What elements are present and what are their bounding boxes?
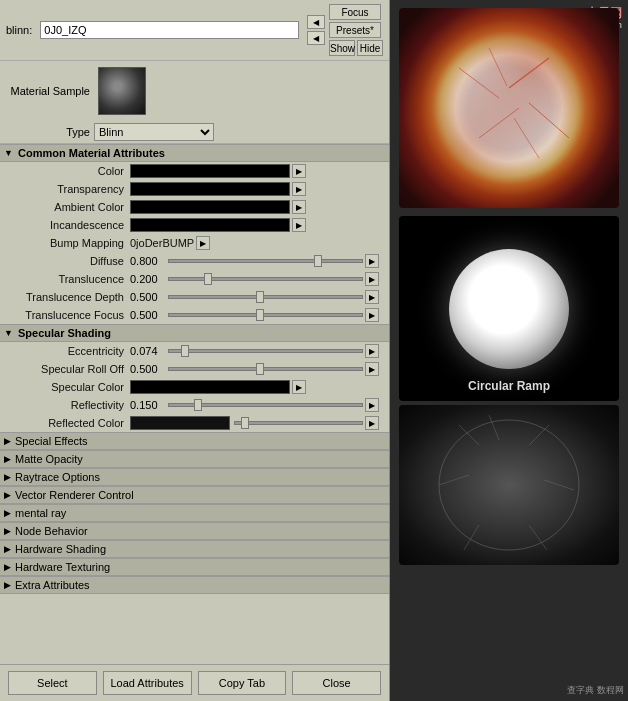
hide-button[interactable]: Hide — [357, 40, 383, 56]
show-button[interactable]: Show — [329, 40, 355, 56]
specular-rolloff-slider-thumb[interactable] — [256, 363, 264, 375]
reflected-color-map-btn[interactable]: ▶ — [365, 416, 379, 430]
mental-ray-section[interactable]: ▶ mental ray — [0, 504, 389, 522]
extra-attributes-label: Extra Attributes — [15, 579, 90, 591]
incandescence-map-btn[interactable]: ▶ — [292, 218, 306, 232]
matte-opacity-section[interactable]: ▶ Matte Opacity — [0, 450, 389, 468]
svg-line-14 — [489, 415, 499, 440]
copy-tab-button[interactable]: Copy Tab — [198, 671, 287, 695]
extra-attributes-section[interactable]: ▶ Extra Attributes — [0, 576, 389, 594]
translucence-slider-track[interactable] — [168, 277, 363, 281]
specular-color-map-btn[interactable]: ▶ — [292, 380, 306, 394]
diffuse-slider-thumb[interactable] — [314, 255, 322, 267]
presets-button[interactable]: Presets* — [329, 22, 381, 38]
material-sample-row: Material Sample — [0, 61, 389, 121]
hardware-shading-arrow: ▶ — [4, 544, 11, 554]
reflectivity-slider-thumb[interactable] — [194, 399, 202, 411]
color-row: Color ▶ — [0, 162, 389, 180]
specular-rolloff-slider-area: 0.500 — [130, 363, 363, 375]
translucence-depth-slider-area: 0.500 — [130, 291, 363, 303]
translucence-focus-slider-track[interactable] — [168, 313, 363, 317]
eccentricity-slider-area: 0.074 — [130, 345, 363, 357]
translucence-map-btn[interactable]: ▶ — [365, 272, 379, 286]
raytrace-options-section[interactable]: ▶ Raytrace Options — [0, 468, 389, 486]
special-effects-section[interactable]: ▶ Special Effects — [0, 432, 389, 450]
diffuse-slider-track[interactable] — [168, 259, 363, 263]
focus-button[interactable]: Focus — [329, 4, 381, 20]
load-attributes-button[interactable]: Load Attributes — [103, 671, 192, 695]
reflectivity-row: Reflectivity 0.150 ▶ — [0, 396, 389, 414]
reflected-color-thumb[interactable] — [241, 417, 249, 429]
transparency-label: Transparency — [20, 183, 130, 195]
transparency-map-btn[interactable]: ▶ — [292, 182, 306, 196]
specular-rolloff-slider-track[interactable] — [168, 367, 363, 371]
specular-color-row: Specular Color ▶ — [0, 378, 389, 396]
transparency-swatch[interactable] — [130, 182, 290, 196]
close-button[interactable]: Close — [292, 671, 381, 695]
color-label: Color — [20, 165, 130, 177]
svg-line-16 — [439, 475, 469, 485]
main-container: blinn: ◀ ◀ Focus Presets* Show Hide Mate… — [0, 0, 628, 701]
arrow-down-btn[interactable]: ◀ — [307, 31, 325, 45]
svg-line-5 — [514, 118, 539, 158]
eccentricity-value: 0.074 — [130, 345, 166, 357]
svg-line-3 — [529, 103, 569, 138]
attribute-scroll-area[interactable]: ▼ Common Material Attributes Color ▶ Tra… — [0, 144, 389, 664]
translucence-focus-map-btn[interactable]: ▶ — [365, 308, 379, 322]
translucence-depth-map-btn[interactable]: ▶ — [365, 290, 379, 304]
material-sample-preview[interactable] — [98, 67, 146, 115]
common-section-header[interactable]: ▼ Common Material Attributes — [0, 144, 389, 162]
specular-rolloff-label: Specular Roll Off — [20, 363, 130, 375]
diffuse-row: Diffuse 0.800 ▶ — [0, 252, 389, 270]
svg-line-0 — [509, 58, 549, 88]
translucence-depth-row: Translucence Depth 0.500 ▶ — [0, 288, 389, 306]
hardware-texturing-label: Hardware Texturing — [15, 561, 110, 573]
arrow-up-btn[interactable]: ◀ — [307, 15, 325, 29]
translucence-slider-thumb[interactable] — [204, 273, 212, 285]
reflected-color-swatch[interactable] — [130, 416, 230, 430]
specular-section-header[interactable]: ▼ Specular Shading — [0, 324, 389, 342]
diffuse-map-btn[interactable]: ▶ — [365, 254, 379, 268]
ambient-color-swatch[interactable] — [130, 200, 290, 214]
dark-veins-svg — [399, 405, 619, 565]
translucence-focus-slider-thumb[interactable] — [256, 309, 264, 321]
specular-rolloff-map-btn[interactable]: ▶ — [365, 362, 379, 376]
bump-map-btn[interactable]: ▶ — [196, 236, 210, 250]
special-effects-label: Special Effects — [15, 435, 88, 447]
specular-color-swatch[interactable] — [130, 380, 290, 394]
reflected-color-slider[interactable] — [234, 421, 363, 425]
diffuse-label: Diffuse — [20, 255, 130, 267]
eccentricity-slider-thumb[interactable] — [181, 345, 189, 357]
blinn-input[interactable] — [40, 21, 299, 39]
ambient-map-btn[interactable]: ▶ — [292, 200, 306, 214]
hardware-shading-label: Hardware Shading — [15, 543, 106, 555]
select-button[interactable]: Select — [8, 671, 97, 695]
incandescence-swatch[interactable] — [130, 218, 290, 232]
show-hide-group: Show Hide — [329, 40, 383, 56]
reflectivity-label: Reflectivity — [20, 399, 130, 411]
translucence-depth-slider-thumb[interactable] — [256, 291, 264, 303]
reflectivity-map-btn[interactable]: ▶ — [365, 398, 379, 412]
material-sample-label: Material Sample — [10, 85, 90, 97]
right-panel: 火星网 hxsd.com — [390, 0, 628, 701]
eccentricity-slider-track[interactable] — [168, 349, 363, 353]
reflectivity-slider-track[interactable] — [168, 403, 363, 407]
eccentricity-map-btn[interactable]: ▶ — [365, 344, 379, 358]
color-swatch[interactable] — [130, 164, 290, 178]
type-row: Type Blinn Lambert Phong — [0, 121, 389, 144]
ambient-color-label: Ambient Color — [20, 201, 130, 213]
color-map-btn[interactable]: ▶ — [292, 164, 306, 178]
bump-map-preview: Circular Ramp — [399, 216, 619, 401]
hardware-texturing-section[interactable]: ▶ Hardware Texturing — [0, 558, 389, 576]
translucence-row: Translucence 0.200 ▶ — [0, 270, 389, 288]
hardware-shading-section[interactable]: ▶ Hardware Shading — [0, 540, 389, 558]
transparency-row: Transparency ▶ — [0, 180, 389, 198]
raytrace-options-label: Raytrace Options — [15, 471, 100, 483]
side-arrow-buttons: ◀ ◀ — [307, 15, 325, 45]
reflectivity-slider-area: 0.150 — [130, 399, 363, 411]
type-select[interactable]: Blinn Lambert Phong — [94, 123, 214, 141]
translucence-depth-slider-track[interactable] — [168, 295, 363, 299]
vector-renderer-section[interactable]: ▶ Vector Renderer Control — [0, 486, 389, 504]
bump-mapping-row: Bump Mapping 0joDerBUMP ▶ — [0, 234, 389, 252]
node-behavior-section[interactable]: ▶ Node Behavior — [0, 522, 389, 540]
